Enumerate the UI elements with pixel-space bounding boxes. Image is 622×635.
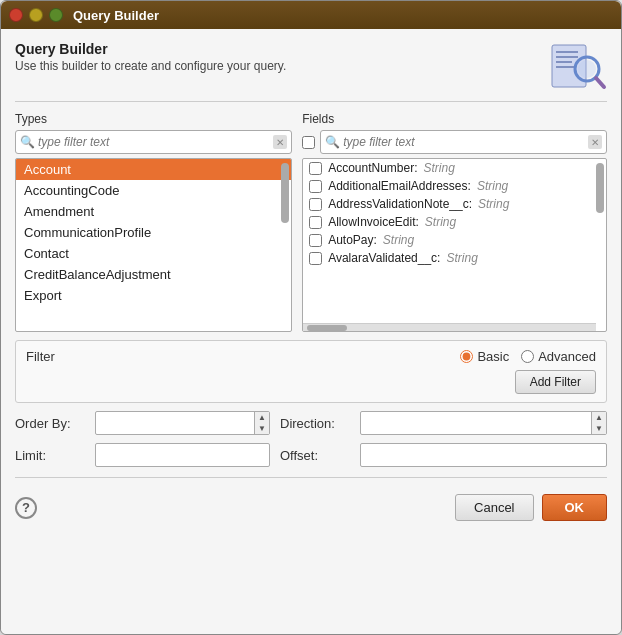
header-text: Query Builder Use this builder to create… <box>15 41 286 73</box>
order-by-label: Order By: <box>15 416 85 431</box>
svg-rect-1 <box>556 51 578 53</box>
list-item: AutoPay: String <box>303 231 606 249</box>
list-item: AccountNumber: String <box>303 159 606 177</box>
filter-advanced-option[interactable]: Advanced <box>521 349 596 364</box>
minimize-button[interactable] <box>29 8 43 22</box>
types-panel: Types 🔍 ✕ Account AccountingCode Amendme… <box>15 112 292 332</box>
limit-input[interactable] <box>95 443 270 467</box>
direction-label: Direction: <box>280 416 350 431</box>
limit-row: Limit: Offset: <box>15 443 607 467</box>
list-item[interactable]: Account <box>16 159 291 180</box>
field-checkbox[interactable] <box>309 216 322 229</box>
field-name: AdditionalEmailAddresses: <box>328 179 471 193</box>
types-label: Types <box>15 112 292 126</box>
field-type: String <box>383 233 414 247</box>
field-type: String <box>424 161 455 175</box>
list-item[interactable]: CreditBalanceAdjustment <box>16 264 291 285</box>
types-search-box: 🔍 ✕ <box>15 130 292 154</box>
offset-input[interactable] <box>360 443 607 467</box>
field-checkbox[interactable] <box>309 162 322 175</box>
field-name: AllowInvoiceEdit: <box>328 215 419 229</box>
field-name: AddressValidationNote__c: <box>328 197 472 211</box>
svg-rect-3 <box>556 61 572 63</box>
fields-panel: Fields 🔍 ✕ AccountNumber: String <box>302 112 607 332</box>
direction-up[interactable]: ▲ <box>592 412 606 423</box>
types-scrollbar[interactable] <box>281 163 289 223</box>
field-type: String <box>477 179 508 193</box>
direction-field[interactable] <box>361 416 591 430</box>
order-by-input[interactable]: ▲ ▼ <box>95 411 270 435</box>
maximize-button[interactable] <box>49 8 63 22</box>
direction-down[interactable]: ▼ <box>592 423 606 434</box>
fields-search-input[interactable] <box>343 135 588 149</box>
footer: ? Cancel OK <box>15 488 607 523</box>
field-checkbox[interactable] <box>309 198 322 211</box>
list-item[interactable]: CommunicationProfile <box>16 222 291 243</box>
order-by-up[interactable]: ▲ <box>255 412 269 423</box>
header-section: Query Builder Use this builder to create… <box>15 41 607 91</box>
field-type: String <box>425 215 456 229</box>
filter-advanced-radio[interactable] <box>521 350 534 363</box>
list-item[interactable]: AccountingCode <box>16 180 291 201</box>
list-item: AvalaraValidated__c: String <box>303 249 606 267</box>
filter-basic-option[interactable]: Basic <box>460 349 509 364</box>
query-builder-window: Query Builder Query Builder Use this bui… <box>0 0 622 635</box>
field-name: AvalaraValidated__c: <box>328 251 440 265</box>
fields-horizontal-scroll[interactable] <box>303 323 596 331</box>
ok-button[interactable]: OK <box>542 494 608 521</box>
types-search-clear[interactable]: ✕ <box>273 135 287 149</box>
main-content: Query Builder Use this builder to create… <box>1 29 621 634</box>
types-list: Account AccountingCode Amendment Communi… <box>15 158 292 332</box>
bottom-fields: Order By: ▲ ▼ Direction: ▲ ▼ <box>15 411 607 467</box>
list-item: AdditionalEmailAddresses: String <box>303 177 606 195</box>
svg-line-7 <box>596 78 604 87</box>
order-by-down[interactable]: ▼ <box>255 423 269 434</box>
fields-label: Fields <box>302 112 607 126</box>
filter-basic-label: Basic <box>477 349 509 364</box>
page-title: Query Builder <box>15 41 286 57</box>
fields-search-icon: 🔍 <box>325 135 340 149</box>
help-button[interactable]: ? <box>15 497 37 519</box>
title-bar: Query Builder <box>1 1 621 29</box>
direction-spinners: ▲ ▼ <box>591 412 606 434</box>
fields-search-box: 🔍 ✕ <box>320 130 607 154</box>
filter-label: Filter <box>26 349 55 364</box>
add-filter-button[interactable]: Add Filter <box>515 370 596 394</box>
list-item[interactable]: Amendment <box>16 201 291 222</box>
header-icon <box>547 41 607 91</box>
list-item: AddressValidationNote__c: String <box>303 195 606 213</box>
order-by-field[interactable] <box>96 416 254 430</box>
list-item: AllowInvoiceEdit: String <box>303 213 606 231</box>
fields-scrollbar[interactable] <box>596 163 604 213</box>
field-checkbox[interactable] <box>309 252 322 265</box>
offset-label: Offset: <box>280 448 350 463</box>
field-checkbox[interactable] <box>309 234 322 247</box>
footer-buttons: Cancel OK <box>455 494 607 521</box>
footer-divider <box>15 477 607 478</box>
types-search-input[interactable] <box>38 135 273 149</box>
field-type: String <box>446 251 477 265</box>
filter-radio-group: Basic Advanced <box>460 349 596 364</box>
field-type: String <box>478 197 509 211</box>
field-name: AccountNumber: <box>328 161 417 175</box>
limit-label: Limit: <box>15 448 85 463</box>
close-button[interactable] <box>9 8 23 22</box>
order-by-row: Order By: ▲ ▼ Direction: ▲ ▼ <box>15 411 607 435</box>
two-columns: Types 🔍 ✕ Account AccountingCode Amendme… <box>15 112 607 332</box>
fields-search-clear[interactable]: ✕ <box>588 135 602 149</box>
cancel-button[interactable]: Cancel <box>455 494 533 521</box>
types-search-icon: 🔍 <box>20 135 35 149</box>
field-name: AutoPay: <box>328 233 377 247</box>
filter-basic-radio[interactable] <box>460 350 473 363</box>
fields-select-all-checkbox[interactable] <box>302 136 315 149</box>
list-item[interactable]: Contact <box>16 243 291 264</box>
direction-input[interactable]: ▲ ▼ <box>360 411 607 435</box>
fields-list: AccountNumber: String AdditionalEmailAdd… <box>302 158 607 332</box>
svg-rect-4 <box>556 66 576 68</box>
list-item[interactable]: Export <box>16 285 291 306</box>
add-filter-row: Add Filter <box>26 370 596 394</box>
order-by-spinners: ▲ ▼ <box>254 412 269 434</box>
field-checkbox[interactable] <box>309 180 322 193</box>
header-divider <box>15 101 607 102</box>
filter-section: Filter Basic Advanced Add Filter <box>15 340 607 403</box>
